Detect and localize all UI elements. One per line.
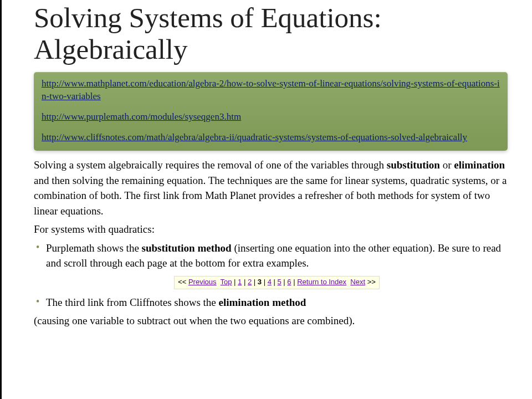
link-purplemath-wrap: http://www.purplemath.com/modules/syseqg…: [42, 111, 500, 124]
pager-sep: |: [262, 278, 268, 286]
next-symbol: >>: [365, 278, 376, 286]
text: Purplemath shows the: [46, 242, 142, 254]
link-cliffsnotes[interactable]: http://www.cliffsnotes.com/math/algebra/…: [42, 132, 467, 142]
pager-top[interactable]: Top: [221, 278, 232, 286]
bullet-purplemath: Purplemath shows the substitution method…: [46, 241, 508, 289]
paragraph-quadratics-lead: For systems with quadratics:: [34, 222, 508, 237]
pager-return[interactable]: Return to Index: [297, 278, 346, 286]
link-mathplanet-wrap: http://www.mathplanet.com/education/alge…: [42, 78, 500, 103]
pager-sep: |: [242, 278, 248, 286]
pager-3-current: 3: [258, 278, 262, 286]
text: Solving a system algebraically requires …: [34, 159, 387, 171]
bullet-list: Purplemath shows the substitution method…: [34, 241, 508, 310]
body-text: Solving a system algebraically requires …: [34, 157, 508, 329]
pager-5[interactable]: 5: [277, 278, 281, 286]
bullet-cliffnotes: The third link from Cliffnotes shows the…: [46, 295, 508, 310]
link-mathplanet[interactable]: http://www.mathplanet.com/education/alge…: [42, 78, 500, 101]
term-elimination-method: elimination method: [219, 296, 306, 308]
pager-next[interactable]: Next: [350, 278, 365, 286]
pager-sep: |: [291, 278, 298, 286]
pager-wrap: << Previous Top | 1 | 2 | 3 | 4 | 5 | 6 …: [46, 273, 508, 289]
pager-sep: |: [252, 278, 258, 286]
links-callout: http://www.mathplanet.com/education/alge…: [34, 72, 508, 151]
term-substitution: substitution: [387, 159, 440, 171]
pager-sep: |: [282, 278, 288, 286]
pager-6[interactable]: 6: [287, 278, 291, 286]
prev-symbol: <<: [178, 278, 188, 286]
term-substitution-method: substitution method: [142, 242, 232, 254]
text: and then solving the remaining equation.…: [34, 175, 507, 217]
slide: Solving Systems of Equations: Algebraica…: [0, 0, 532, 399]
link-cliffsnotes-wrap: http://www.cliffsnotes.com/math/algebra/…: [42, 131, 500, 144]
pager-sep: |: [232, 278, 238, 286]
paragraph-closing: (causing one variable to subtract out wh…: [34, 313, 508, 329]
pager-4[interactable]: 4: [268, 278, 272, 286]
text: or: [440, 159, 454, 171]
link-purplemath[interactable]: http://www.purplemath.com/modules/syseqg…: [42, 111, 241, 122]
slide-title: Solving Systems of Equations: Algebraica…: [34, 2, 508, 65]
pager-sep: |: [272, 278, 278, 286]
pager: << Previous Top | 1 | 2 | 3 | 4 | 5 | 6 …: [174, 276, 380, 289]
text: The third link from Cliffnotes shows the: [46, 296, 219, 308]
paragraph-intro: Solving a system algebraically requires …: [34, 157, 508, 218]
pager-previous[interactable]: Previous: [188, 278, 217, 286]
term-elimination: elimination: [454, 159, 505, 171]
